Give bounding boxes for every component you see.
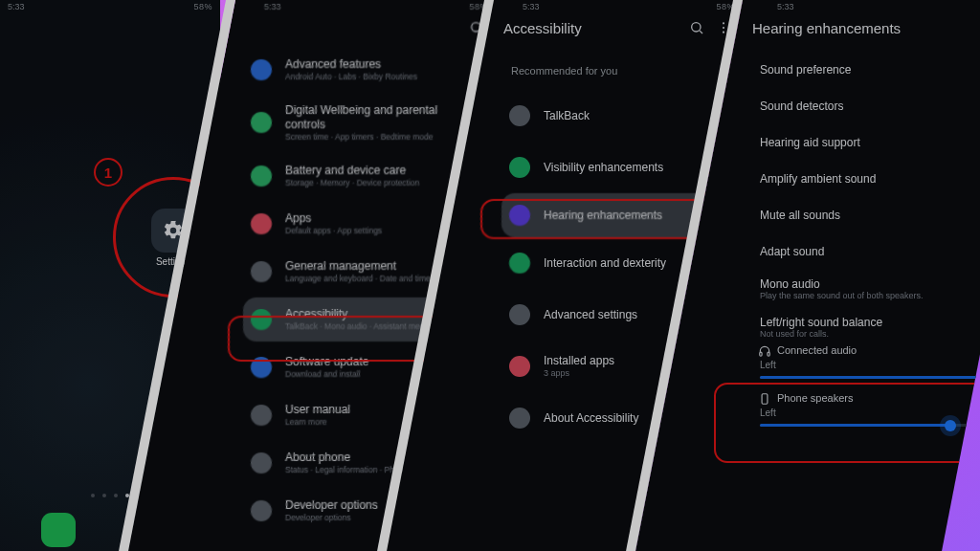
settings-item-icon	[251, 112, 272, 133]
settings-item-icon	[251, 59, 272, 80]
search-icon[interactable]	[687, 18, 706, 37]
accessibility-item-icon	[509, 205, 530, 226]
connected-audio-label: Connected audio	[750, 339, 980, 358]
status-time: 5:33	[8, 2, 25, 17]
svg-line-3	[700, 31, 702, 33]
settings-item-icon	[251, 165, 272, 187]
phone-speakers-label: Phone speakers	[750, 386, 980, 406]
hearing-header: Hearing enhancements	[743, 15, 980, 40]
connected-audio-slider[interactable]: Left	[750, 358, 980, 386]
hearing-item-sound-detectors[interactable]: Sound detectors	[750, 88, 980, 124]
settings-header	[235, 15, 496, 40]
status-bar: 5:33 58%	[0, 0, 220, 17]
headphones-icon	[758, 344, 771, 358]
settings-item-icon	[251, 213, 272, 234]
settings-item-icon	[251, 309, 272, 330]
accessibility-item-icon	[509, 356, 530, 377]
phone-speakers-slider[interactable]: Left	[750, 406, 980, 434]
hearing-item-hearing-aid-support[interactable]: Hearing aid support	[750, 124, 980, 161]
hearing-item-mute-all-sounds[interactable]: Mute all sounds	[750, 197, 980, 233]
hearing-item-amplify-ambient-sound[interactable]: Amplify ambient sound	[750, 161, 980, 197]
balance-heading: Left/right sound balanceNot used for cal…	[750, 308, 980, 339]
settings-item-sub: Android Auto · Labs · Bixby Routines	[285, 72, 479, 82]
accessibility-item-talkback[interactable]: TalkBack	[501, 94, 735, 138]
slider-track[interactable]	[760, 424, 980, 427]
settings-item-sub: Screen time · App timers · Bedtime mode	[285, 132, 479, 143]
settings-item-icon	[251, 357, 272, 378]
page-title: Hearing enhancements	[752, 20, 901, 36]
settings-item-advanced-features[interactable]: Advanced featuresAndroid Auto · Labs · B…	[243, 48, 488, 92]
settings-item-title: Digital Wellbeing and parental controls	[285, 103, 479, 132]
phone-speaker-icon	[758, 392, 771, 406]
svg-point-6	[723, 32, 724, 33]
settings-item-icon	[251, 261, 272, 282]
step-badge-1: 1	[94, 158, 122, 187]
accessibility-item-title: TalkBack	[544, 109, 725, 123]
svg-point-5	[723, 27, 724, 29]
accessibility-item-icon	[509, 304, 530, 325]
settings-item-icon	[251, 452, 272, 474]
svg-rect-8	[768, 352, 769, 356]
accessibility-item-icon	[509, 105, 530, 126]
recommended-label: Recommended for you	[501, 54, 735, 90]
dock-app-phone[interactable]	[41, 513, 76, 547]
settings-item-digital-wellbeing-and-parental-controls[interactable]: Digital Wellbeing and parental controlsS…	[243, 96, 488, 150]
page-title: Accessibility	[503, 20, 582, 36]
svg-rect-9	[762, 394, 768, 405]
accessibility-item-icon	[509, 157, 530, 178]
svg-rect-7	[760, 352, 762, 356]
slider-thumb[interactable]	[945, 420, 956, 431]
hearing-item-mono-audio[interactable]: Mono audioPlay the same sound out of bot…	[750, 270, 980, 308]
settings-item-icon	[251, 500, 272, 521]
settings-item-title: Advanced features	[285, 57, 479, 72]
accessibility-item-icon	[509, 253, 530, 274]
accessibility-item-icon	[509, 408, 530, 429]
page-indicator	[91, 494, 129, 497]
status-right: 58%	[193, 2, 212, 17]
accessibility-item-title: Visibility enhancements	[544, 161, 725, 175]
hearing-item-adapt-sound[interactable]: Adapt sound	[750, 233, 980, 270]
slider-track[interactable]	[760, 376, 980, 379]
svg-point-4	[723, 22, 724, 24]
accessibility-header: Accessibility	[494, 15, 743, 40]
settings-item-icon	[251, 405, 272, 426]
hearing-item-sound-preference[interactable]: Sound preference	[750, 52, 980, 88]
svg-point-2	[692, 23, 701, 32]
